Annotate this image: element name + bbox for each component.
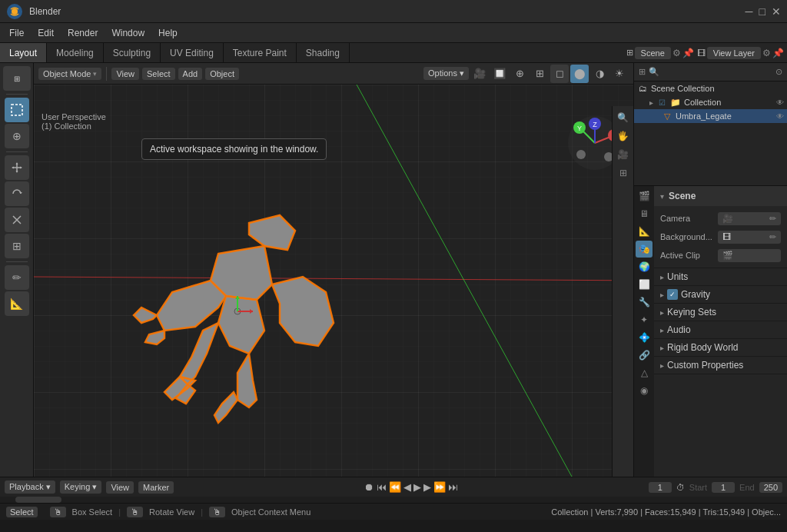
gravity-header[interactable]: ▸ ✓ Gravity — [654, 286, 787, 303]
select-tool-button[interactable] — [5, 98, 29, 122]
outliner-search-icon[interactable]: 🔍 — [649, 67, 659, 77]
custom-properties-header[interactable]: ▸ Custom Properties — [654, 357, 787, 374]
camera-edit-icon[interactable]: ✏ — [769, 214, 776, 224]
solid-shading-button[interactable]: ⬤ — [570, 65, 589, 83]
units-header[interactable]: ▸ Units — [654, 268, 787, 285]
scene-options-icon[interactable]: ⚙ — [672, 48, 681, 58]
cursor-tool-button[interactable]: ⊕ — [5, 124, 29, 148]
rigid-body-world-header[interactable]: ▸ Rigid Body World — [654, 339, 787, 356]
view-button[interactable]: View — [106, 481, 134, 494]
prop-tab-world[interactable]: 🌍 — [636, 258, 653, 275]
timeline-scrollbar[interactable] — [0, 497, 787, 503]
rendered-shading-button[interactable]: ☀ — [610, 65, 629, 83]
prop-tab-view-layer[interactable]: 📐 — [636, 223, 653, 240]
marker-button[interactable]: Marker — [138, 481, 174, 494]
keying-dropdown[interactable]: Keying ▾ — [60, 480, 102, 494]
mesh-visibility-icon[interactable]: 👁 — [776, 112, 784, 121]
step-forward-frame-icon[interactable]: ▶ — [423, 481, 431, 493]
jump-end-icon[interactable]: ⏭ — [448, 481, 458, 493]
camera-value-field[interactable]: 🎥 ✏ — [718, 212, 782, 225]
record-icon[interactable]: ⏺ — [364, 481, 374, 493]
scene-dropdown[interactable]: Scene — [635, 47, 671, 59]
tab-texture-paint[interactable]: Texture Paint — [224, 43, 297, 62]
viewport-3d[interactable]: Object Mode ▾ View Select Add Object Opt… — [34, 63, 633, 477]
prop-tab-output[interactable]: 🖥 — [636, 205, 653, 222]
options-button[interactable]: Options ▾ — [423, 67, 469, 80]
prop-tab-constraints[interactable]: 🔗 — [636, 347, 653, 364]
outliner-collection[interactable]: ▸ ☑ 📁 Collection 👁 — [634, 95, 787, 109]
menu-edit[interactable]: Edit — [32, 26, 60, 40]
viewport-camera-icon[interactable]: 🎥 — [470, 65, 489, 83]
viewport-render-icon[interactable]: 🔲 — [490, 65, 509, 83]
prop-tab-scene[interactable]: 🎭 — [636, 241, 653, 258]
select-menu-button[interactable]: Select — [142, 68, 175, 80]
view-layer-options-icon[interactable]: ⚙ — [762, 48, 771, 58]
collection-visibility-icon[interactable]: 👁 — [776, 98, 784, 107]
editor-type-icon[interactable]: ⊞ — [626, 48, 633, 58]
camera-view-icon[interactable]: 🎥 — [615, 146, 632, 163]
active-clip-value-field[interactable]: 🎬 — [718, 249, 782, 262]
scrollbar-thumb[interactable] — [15, 497, 61, 503]
prop-tab-object[interactable]: ⬜ — [636, 276, 653, 293]
outliner-umbra-legate[interactable]: ▽ Umbra_Legate 👁 — [634, 109, 787, 123]
step-forward-icon[interactable]: ⏩ — [433, 481, 446, 493]
grid-view-icon[interactable]: ⊞ — [615, 165, 632, 181]
measure-tool-button[interactable]: 📐 — [5, 291, 29, 316]
wireframe-shading-button[interactable]: ◻ — [550, 65, 569, 83]
tab-layout[interactable]: Layout — [0, 43, 47, 62]
play-icon[interactable]: ▶ — [413, 481, 421, 493]
start-frame-field[interactable]: 1 — [712, 482, 735, 493]
annotate-tool-button[interactable]: ✏ — [5, 265, 29, 290]
object-mode-dropdown[interactable]: Object Mode ▾ — [38, 68, 101, 80]
gravity-checkbox[interactable]: ✓ — [667, 289, 678, 300]
transform-tool-button[interactable]: ⊞ — [5, 234, 29, 258]
zoom-out-icon[interactable]: 🖐 — [615, 128, 632, 145]
menu-render[interactable]: Render — [61, 26, 104, 40]
jump-start-icon[interactable]: ⏮ — [377, 481, 387, 493]
close-button[interactable]: ✕ — [772, 5, 781, 18]
outliner-options-icon[interactable]: ⊙ — [775, 67, 782, 77]
collection-expand-icon[interactable]: ▸ — [649, 98, 653, 107]
tab-modeling[interactable]: Modeling — [47, 43, 104, 62]
object-menu-button[interactable]: Object — [205, 68, 239, 80]
end-frame-field[interactable]: 250 — [759, 482, 782, 493]
minimize-button[interactable]: ─ — [745, 5, 753, 18]
view-menu-button[interactable]: View — [111, 68, 139, 80]
show-gizmo-icon[interactable]: ⊕ — [510, 65, 529, 83]
outliner-scene-collection[interactable]: 🗂 Scene Collection — [634, 81, 787, 95]
scale-tool-button[interactable] — [5, 208, 29, 232]
step-back-frame-icon[interactable]: ◀ — [403, 481, 411, 493]
outliner-filter-icon[interactable]: ⊞ — [639, 67, 646, 77]
rotate-tool-button[interactable] — [5, 181, 29, 206]
view-layer-pin-icon[interactable]: 📌 — [772, 48, 784, 58]
prop-tab-modifier[interactable]: 🔧 — [636, 294, 653, 311]
maximize-button[interactable]: □ — [759, 5, 765, 18]
tab-shading[interactable]: Shading — [297, 43, 350, 62]
prop-tab-particles[interactable]: ✦ — [636, 311, 653, 328]
mode-selector-icon[interactable]: ⊞ — [3, 66, 31, 91]
step-back-icon[interactable]: ⏪ — [389, 481, 401, 493]
menu-help[interactable]: Help — [152, 26, 184, 40]
menu-file[interactable]: File — [3, 26, 30, 40]
add-menu-button[interactable]: Add — [178, 68, 203, 80]
tab-uv-editing[interactable]: UV Editing — [161, 43, 224, 62]
scene-pin-icon[interactable]: 📌 — [682, 48, 694, 58]
zoom-in-icon[interactable]: 🔍 — [615, 109, 632, 126]
view-layer-icon[interactable]: 🎞 — [697, 48, 706, 58]
prop-tab-data[interactable]: △ — [636, 364, 653, 381]
background-edit-icon[interactable]: ✏ — [769, 232, 776, 242]
playback-dropdown[interactable]: Playback ▾ — [5, 480, 55, 494]
show-overlays-icon[interactable]: ⊞ — [530, 65, 549, 83]
material-shading-button[interactable]: ◑ — [590, 65, 609, 83]
keying-sets-header[interactable]: ▸ Keying Sets — [654, 304, 787, 321]
prop-tab-render[interactable]: 🎬 — [636, 188, 653, 204]
tab-sculpting[interactable]: Sculpting — [104, 43, 161, 62]
current-frame-field[interactable]: 1 — [649, 482, 672, 493]
scene-section-header[interactable]: ▾ Scene — [654, 186, 787, 206]
view-layer-dropdown[interactable]: View Layer — [707, 47, 761, 59]
prop-tab-physics[interactable]: 💠 — [636, 329, 653, 346]
move-tool-button[interactable] — [5, 155, 29, 180]
audio-header[interactable]: ▸ Audio — [654, 321, 787, 338]
menu-window[interactable]: Window — [105, 26, 151, 40]
prop-tab-material[interactable]: ◉ — [636, 382, 653, 399]
